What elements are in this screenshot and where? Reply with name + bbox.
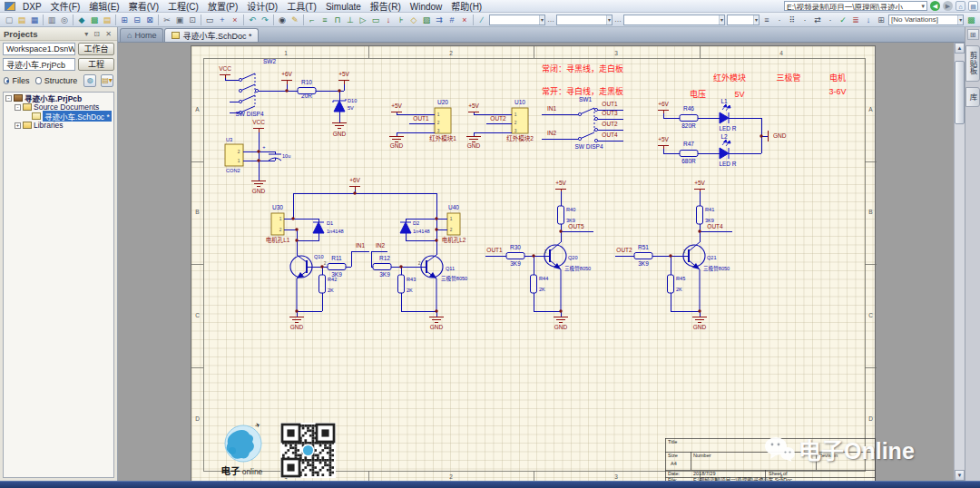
find-similar-icon[interactable]: ◉ xyxy=(276,14,289,25)
compile-icon[interactable]: ⇉ xyxy=(433,14,446,25)
move-selection-icon[interactable]: + xyxy=(216,14,229,25)
document-path-dropdown[interactable]: E:\视频录制\项目一\原理图\寻迹小 ▾ xyxy=(784,1,927,11)
edit-properties-icon[interactable]: ✎ xyxy=(289,14,301,25)
menu-item-工具T[interactable]: 工具(T) xyxy=(282,2,321,12)
zoom-selected-icon[interactable]: ⊠ xyxy=(143,14,156,25)
open-document-icon[interactable]: ▤ xyxy=(15,14,28,25)
scrollbar-track[interactable] xyxy=(955,54,965,470)
place-wire-icon[interactable]: ⌐ xyxy=(306,14,318,25)
select-area-icon[interactable]: ▭ xyxy=(203,14,216,25)
project-select[interactable]: 寻迹小车.PrjPcb xyxy=(3,58,75,71)
distribute-menu-icon[interactable]: ⠿ xyxy=(786,14,799,25)
mask-level-select[interactable]: ▾ xyxy=(556,15,612,25)
place-text-icon[interactable]: ▧ xyxy=(420,14,433,25)
panel-folder-button[interactable]: ▤▾ xyxy=(101,74,113,87)
menu-item-报告R[interactable]: 报告(R) xyxy=(366,2,406,12)
zoom-area-icon[interactable]: ⊟ xyxy=(131,14,143,25)
place-directive-icon[interactable]: ◇ xyxy=(407,14,420,25)
menu-item-工程C[interactable]: 工程(C) xyxy=(163,2,203,12)
menu-item-Simulate[interactable]: Simulate xyxy=(321,2,366,12)
new-page-button[interactable]: ▤ xyxy=(968,1,978,11)
tree-item-寻迹小车.schdoc-[interactable]: 寻迹小车.SchDoc * xyxy=(4,112,113,121)
scroll-down-button[interactable]: ▼ xyxy=(955,470,965,481)
place-port-icon[interactable]: ▷ xyxy=(357,14,369,25)
tree-item-project[interactable]: -寻迹小车.PrjPcb xyxy=(4,93,113,102)
copy-icon[interactable]: ▣ xyxy=(173,14,186,25)
scroll-up-button[interactable]: ▲ xyxy=(955,43,965,54)
schematic-sheet[interactable]: 11223344AABBCCDD xyxy=(191,45,876,481)
menu-item-察看V[interactable]: 察看(V) xyxy=(124,2,163,12)
align-menu-icon[interactable]: ≡ xyxy=(760,14,773,25)
save-all-icon[interactable]: ▩ xyxy=(88,14,101,25)
collapse-icon[interactable]: - xyxy=(5,95,12,102)
place-bus-icon[interactable]: ≡ xyxy=(318,14,331,25)
workspace-button[interactable]: 工作台 xyxy=(78,43,114,55)
find-text-select[interactable]: ▾ xyxy=(489,15,545,25)
variant-manager-icon[interactable]: ▩ xyxy=(965,14,977,25)
browse-button[interactable]: … xyxy=(614,15,622,24)
cross-probe-icon[interactable]: # xyxy=(446,14,458,25)
files-radio[interactable] xyxy=(4,77,9,84)
grid-settings-icon[interactable]: ⊞ xyxy=(875,14,887,25)
zoom-fit-document-icon[interactable]: ⊞ xyxy=(118,14,131,25)
new-document-icon[interactable]: ▢ xyxy=(3,14,15,25)
schematic-label: A4 xyxy=(671,461,677,466)
dots-3-icon[interactable]: · xyxy=(824,14,837,25)
navigate-back-button[interactable]: ◀ xyxy=(930,1,940,11)
check-marks-icon[interactable]: ✓ xyxy=(837,14,849,25)
print-preview-icon[interactable]: ◎ xyxy=(58,14,71,25)
menu-item-帮助H[interactable]: 帮助(H) xyxy=(446,2,486,12)
home-icon: ⌂ xyxy=(127,31,132,40)
collapse-icon[interactable]: - xyxy=(15,104,21,111)
redo-icon[interactable]: ↷ xyxy=(259,14,271,25)
right-panel-tab-剪贴板[interactable]: 剪贴板 xyxy=(965,45,980,82)
workspace-select[interactable]: Workspace1.DsnWrk▾ xyxy=(3,43,75,55)
place-sheet-symbol-icon[interactable]: ▭ xyxy=(369,14,382,25)
dots-1-icon[interactable]: · xyxy=(773,14,786,25)
tab-schdoc[interactable]: 寻迹小车.SchDoc * xyxy=(164,28,259,42)
menu-item-DXP[interactable]: DXP xyxy=(18,2,46,12)
menu-item-编辑E[interactable]: 编辑(E) xyxy=(84,2,123,12)
schematic-label: +5V xyxy=(391,102,402,109)
scrollbar-thumb[interactable] xyxy=(955,61,965,124)
place-net-label-icon[interactable]: ⊥ xyxy=(344,14,357,25)
scope-select[interactable]: ▾ xyxy=(623,15,725,25)
dots-2-icon[interactable]: · xyxy=(799,14,811,25)
grid-select[interactable]: ▾ xyxy=(727,15,760,25)
place-probe-icon[interactable]: ⊦ xyxy=(395,14,407,25)
menu-item-设计D[interactable]: 设计(D) xyxy=(242,2,282,12)
vertical-scrollbar[interactable]: ▲ ▼ xyxy=(954,43,965,481)
variations-select[interactable]: [No Variations]▾ xyxy=(888,15,964,25)
tab-home[interactable]: ⌂ Home xyxy=(120,28,163,42)
layer-stack-icon[interactable]: ≣ xyxy=(849,14,862,25)
print-icon[interactable]: ▥ xyxy=(45,14,58,25)
menu-item-Window[interactable]: Window xyxy=(406,2,447,12)
navigate-forward-button[interactable]: ▶ xyxy=(943,1,953,11)
undo-icon[interactable]: ↶ xyxy=(246,14,259,25)
delete-icon[interactable]: × xyxy=(458,14,471,25)
paste-icon[interactable]: ⊡ xyxy=(186,14,199,25)
clear-filter-icon[interactable]: × xyxy=(229,14,241,25)
place-power-port-icon[interactable]: ↓ xyxy=(382,14,395,25)
menu-item-文件F[interactable]: 文件(F) xyxy=(46,2,85,12)
move-down-icon[interactable]: ↓ xyxy=(862,14,875,25)
draw-line-icon[interactable]: ∕ xyxy=(475,14,488,25)
place-part-icon[interactable]: ⊓ xyxy=(331,14,344,25)
panel-dock-icon[interactable]: ⊞ xyxy=(967,29,979,40)
save-document-icon[interactable]: ▦ xyxy=(28,14,41,25)
tree-item-libraries[interactable]: +Libraries xyxy=(4,121,113,130)
home-button[interactable]: ⌂ xyxy=(956,1,965,11)
browse-button[interactable]: … xyxy=(547,15,554,24)
arrange-menu-icon[interactable]: ⇄ xyxy=(811,14,824,25)
panel-header-icons[interactable]: ▾ ⊡ ✕ xyxy=(84,30,113,38)
open-project-icon[interactable]: ◆ xyxy=(75,14,88,25)
cut-icon[interactable]: ✂ xyxy=(161,14,173,25)
menu-item-放置P[interactable]: 放置(P) xyxy=(203,2,242,12)
structure-radio[interactable] xyxy=(35,77,41,84)
panel-layers-button[interactable]: ◍ xyxy=(83,74,96,87)
project-button[interactable]: 工程 xyxy=(78,58,114,71)
expand-icon[interactable]: + xyxy=(15,122,21,129)
open-folder-icon[interactable]: ▤ xyxy=(101,14,113,25)
right-panel-tab-库[interactable]: 库 xyxy=(965,87,980,108)
schematic-canvas[interactable]: 11223344AABBCCDD xyxy=(118,43,954,481)
